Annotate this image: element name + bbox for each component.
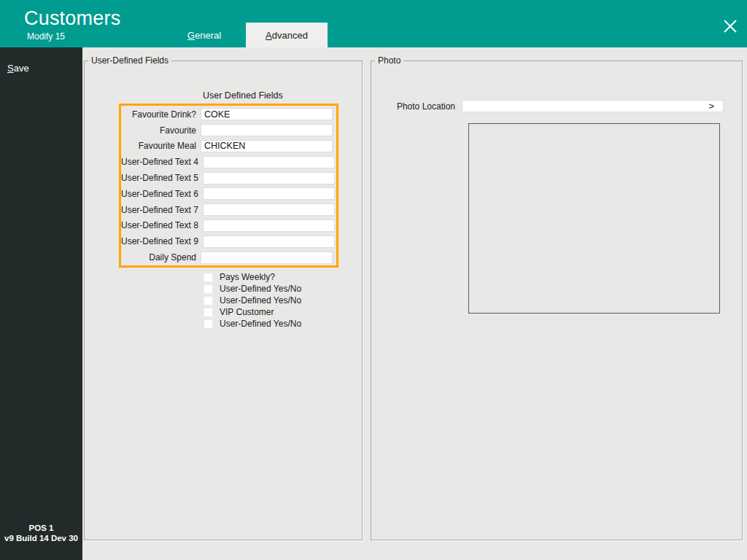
- checkbox-label: VIP Customer: [220, 307, 274, 317]
- udf-field-row: User-Defined Text 9: [121, 233, 336, 249]
- udf-field-row: Favourite: [121, 122, 336, 139]
- checkbox-label: Pays Weekly?: [220, 272, 275, 282]
- udf-field-input[interactable]: [203, 236, 335, 248]
- photo-location-label: Photo Location: [371, 101, 462, 112]
- sidebar: Save POS 1 v9 Build 14 Dev 30: [0, 47, 82, 560]
- udf-field-row: Favourite Meal: [121, 139, 336, 155]
- user-defined-fields-group: User-Defined Fields User Defined Fields …: [84, 61, 363, 540]
- close-x-glyph: [721, 18, 739, 35]
- udf-field-label: User-Defined Text 6: [121, 189, 203, 199]
- udf-field-input[interactable]: [203, 219, 335, 232]
- udf-field-input[interactable]: [203, 187, 335, 200]
- udf-field-label: User-Defined Text 8: [121, 220, 203, 230]
- pos-footer: POS 1 v9 Build 14 Dev 30: [0, 523, 82, 543]
- tab-general[interactable]: General: [163, 23, 245, 47]
- checkbox[interactable]: [204, 284, 213, 294]
- close-icon[interactable]: [719, 15, 742, 38]
- checkbox[interactable]: [204, 296, 213, 306]
- photo-preview: [468, 123, 720, 314]
- udf-field-row: User-Defined Text 6: [121, 186, 336, 202]
- udf-field-input[interactable]: [201, 108, 333, 120]
- checkbox[interactable]: [204, 319, 213, 329]
- udf-field-label: Favourite: [121, 125, 201, 136]
- checkbox[interactable]: [204, 273, 213, 282]
- udf-field-row: User-Defined Text 5: [121, 170, 336, 186]
- udf-checkboxes: Pays Weekly?User-Defined Yes/NoUser-Defi…: [204, 271, 301, 330]
- save-button[interactable]: Save: [7, 63, 29, 74]
- udf-field-input[interactable]: [203, 156, 335, 168]
- udf-field-input[interactable]: [203, 172, 335, 184]
- page-title: Customers: [24, 7, 120, 30]
- udf-field-label: Favourite Drink?: [121, 109, 201, 120]
- checkbox-label: User-Defined Yes/No: [220, 284, 301, 294]
- udf-field-row: User-Defined Text 4: [121, 154, 336, 170]
- header-bar: Customers Modify 15 General Advanced: [0, 0, 747, 47]
- photo-location-input[interactable]: >: [462, 100, 724, 112]
- udf-field-row: User-Defined Text 8: [121, 218, 336, 234]
- browse-chevron-icon[interactable]: >: [708, 101, 720, 112]
- udf-field-label: User-Defined Text 7: [121, 205, 203, 215]
- photo-group-title: Photo: [375, 55, 403, 66]
- udf-field-row: User-Defined Text 7: [121, 202, 336, 218]
- udf-field-input[interactable]: [201, 252, 333, 264]
- udf-checkbox-row: User-Defined Yes/No: [204, 283, 301, 295]
- page-subtitle: Modify 15: [27, 31, 65, 42]
- udf-field-label: Daily Spend: [121, 252, 201, 262]
- udf-field-row: Favourite Drink?: [121, 106, 336, 122]
- udf-field-input[interactable]: [201, 140, 333, 152]
- checkbox-label: User-Defined Yes/No: [220, 295, 301, 306]
- udf-field-label: User-Defined Text 9: [121, 236, 203, 246]
- udf-field-label: User-Defined Text 4: [121, 157, 203, 167]
- pos-name: POS 1: [0, 523, 82, 533]
- photo-group: Photo Photo Location >: [371, 61, 743, 540]
- udf-group-title: User-Defined Fields: [88, 55, 171, 66]
- customers-window: Customers Modify 15 General Advanced Sav…: [0, 0, 747, 560]
- udf-field-rows: Favourite Drink?FavouriteFavourite MealU…: [121, 106, 336, 265]
- checkbox[interactable]: [204, 308, 213, 317]
- pos-version: v9 Build 14 Dev 30: [0, 533, 82, 543]
- udf-checkbox-row: User-Defined Yes/No: [204, 318, 301, 330]
- udf-field-label: Favourite Meal: [121, 141, 201, 151]
- udf-checkbox-row: Pays Weekly?: [204, 271, 301, 283]
- checkbox-label: User-Defined Yes/No: [220, 319, 301, 329]
- udf-field-input[interactable]: [201, 124, 333, 136]
- udf-field-label: User-Defined Text 5: [121, 173, 203, 183]
- udf-field-row: Daily Spend: [121, 249, 336, 265]
- udf-field-input[interactable]: [203, 203, 335, 216]
- udf-checkbox-row: VIP Customer: [204, 306, 301, 318]
- tab-advanced[interactable]: Advanced: [246, 23, 328, 47]
- udf-checkbox-row: User-Defined Yes/No: [204, 295, 301, 306]
- udf-highlight-box: Favourite Drink?FavouriteFavourite MealU…: [119, 104, 338, 268]
- photo-location-row: Photo Location >: [371, 100, 743, 112]
- udf-heading: User Defined Fields: [203, 90, 283, 101]
